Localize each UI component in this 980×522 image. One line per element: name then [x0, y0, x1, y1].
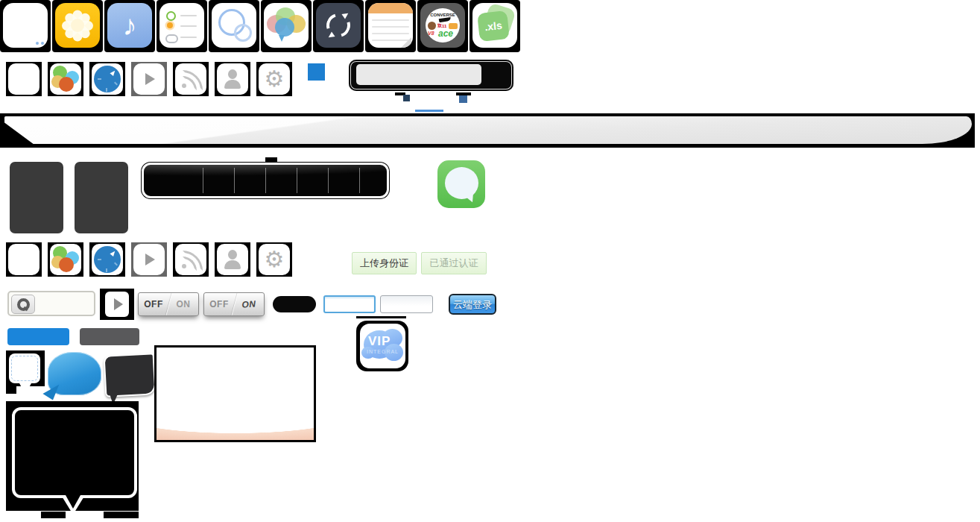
dot-decoration	[36, 42, 39, 45]
music-app-icon[interactable]: ♪	[107, 3, 152, 48]
search-input[interactable]	[356, 64, 481, 85]
brands-collage-icon[interactable]: CONVERSE 双11 V8 ace	[420, 3, 465, 48]
person-tile-icon[interactable]	[217, 244, 248, 275]
sprite-fragment	[403, 95, 410, 101]
person-body	[224, 260, 241, 269]
text-input-focused[interactable]	[323, 295, 376, 313]
tick	[106, 88, 107, 92]
sprite-fragment	[104, 512, 139, 518]
segmented-bar-gloss	[144, 165, 387, 182]
icon-cell	[131, 62, 167, 96]
play-tile-icon[interactable]	[133, 244, 165, 275]
search-bar-container	[349, 60, 513, 91]
person-tile-icon[interactable]	[217, 63, 248, 95]
dark-speech-bubble[interactable]	[104, 353, 157, 397]
icon-cell	[48, 242, 83, 277]
banner-left-notch	[0, 119, 34, 145]
vip-badge[interactable]: VIP INTEGRAL	[360, 324, 405, 368]
app-icon-cell	[313, 0, 364, 52]
search-field[interactable]	[7, 291, 95, 316]
icon-cell: ⚙	[256, 242, 292, 277]
icon-cell	[48, 62, 83, 96]
chat-bubbles-app-icon[interactable]	[264, 3, 309, 48]
blue-button[interactable]	[7, 328, 69, 345]
notes-line	[372, 19, 409, 21]
play-icon	[145, 254, 155, 265]
orange-circle	[59, 77, 74, 92]
message-bubble	[445, 167, 478, 199]
toggle-switch-off-state[interactable]: OFF ON	[138, 292, 199, 316]
icon-cell: ⚙	[256, 62, 292, 96]
upload-id-button[interactable]: 上传身份证	[352, 252, 417, 274]
white-speech-bubble[interactable]	[9, 353, 40, 383]
bubble-tail	[66, 495, 80, 509]
blank-tile-icon[interactable]	[8, 63, 39, 95]
segmented-glossy-bar[interactable]	[142, 163, 389, 198]
circles-app-icon[interactable]	[212, 3, 256, 48]
rss-tile-icon[interactable]	[175, 244, 206, 275]
xls-file-icon[interactable]: .xls	[472, 3, 517, 48]
app-icon-cell	[261, 0, 312, 52]
nike-swoosh-icon	[439, 17, 452, 22]
toggle-split	[230, 293, 238, 315]
blue-bubble-tail	[42, 380, 61, 400]
toggle-split	[165, 293, 172, 315]
blue-bubble-icon	[275, 18, 294, 37]
notes-line	[372, 26, 409, 28]
play-tile-icon[interactable]	[133, 63, 165, 95]
blue-speech-bubble[interactable]	[48, 352, 101, 395]
toggle-off-label: OFF	[204, 293, 234, 315]
green-ring-icon	[166, 11, 176, 21]
app-icon-cell	[0, 0, 51, 52]
cloud-login-button[interactable]: 云端登录	[449, 294, 496, 315]
play-icon	[145, 73, 155, 85]
vip-label: VIP	[368, 334, 391, 349]
messages-app-icon[interactable]	[437, 160, 485, 208]
list-line	[180, 25, 197, 27]
gray-button[interactable]	[80, 328, 139, 345]
verified-button[interactable]: 已通过认证	[421, 252, 487, 274]
magnifier-button[interactable]	[11, 295, 35, 314]
app-icon-cell	[52, 0, 103, 52]
notes-app-icon[interactable]	[368, 3, 413, 48]
panel-pink-curve	[157, 418, 314, 440]
sync-refresh-icon[interactable]	[316, 3, 361, 48]
icon-cell	[215, 242, 250, 277]
icon-cell	[173, 62, 209, 96]
gear-icon: ⚙	[265, 66, 285, 91]
popup-panel	[154, 345, 316, 442]
gear-tile-icon[interactable]: ⚙	[259, 63, 290, 95]
color-circles-icon[interactable]	[50, 63, 81, 95]
gear-tile-icon[interactable]: ⚙	[259, 244, 290, 275]
refresh-arrows-icon	[322, 9, 354, 41]
black-speech-bubble[interactable]	[12, 407, 137, 498]
dark-card	[75, 162, 128, 233]
rss-arc-large	[183, 70, 203, 90]
reminders-list-icon[interactable]	[159, 3, 204, 48]
brand-v8-label: V8	[428, 31, 434, 36]
color-circles-icon[interactable]	[50, 244, 81, 275]
photos-flower-icon[interactable]	[55, 3, 100, 48]
dark-card	[10, 162, 63, 233]
blue-ball-icon[interactable]	[92, 244, 123, 275]
toggle-switch-on-state[interactable]: OFF ON	[203, 292, 265, 316]
tick	[106, 268, 107, 272]
blue-ball-icon[interactable]	[92, 63, 123, 95]
xls-label: .xls	[477, 10, 510, 42]
blank-tile-icon[interactable]	[8, 244, 39, 275]
app-icon-cell	[365, 0, 416, 52]
toggle-on-label: ON	[168, 293, 198, 315]
list-line	[180, 37, 197, 38]
flower-center	[71, 19, 84, 32]
small-play-tile[interactable]	[105, 292, 129, 317]
sun-icon	[167, 22, 173, 28]
app-icon-cell	[157, 0, 207, 52]
banner-backdrop	[0, 113, 975, 148]
search-button[interactable]	[484, 63, 510, 88]
text-input[interactable]	[380, 295, 433, 313]
bubble-backdrop	[6, 401, 139, 500]
white-bubble-tail	[19, 383, 31, 394]
rss-tile-icon[interactable]	[175, 63, 206, 95]
bubble-tail	[279, 35, 285, 42]
blank-app-icon[interactable]	[3, 3, 48, 48]
